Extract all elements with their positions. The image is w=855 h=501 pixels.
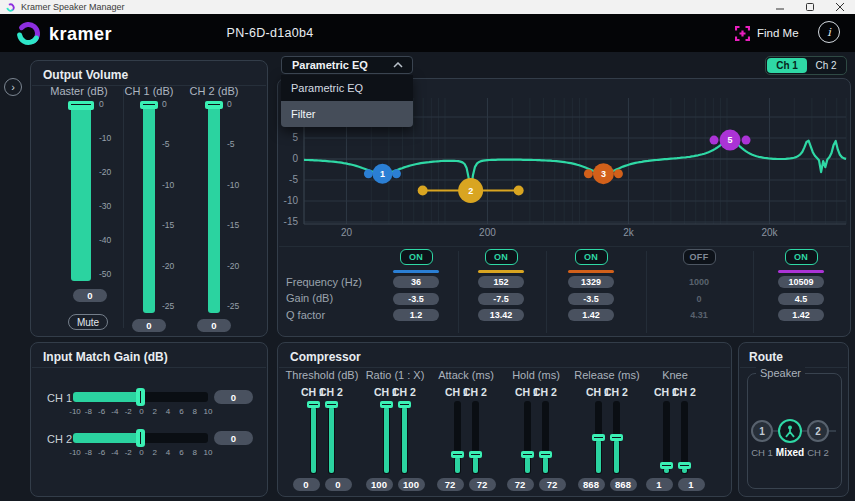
expand-sidebar-button[interactable]: ›: [4, 78, 22, 96]
input-ch2-slider[interactable]: [73, 433, 208, 443]
master-fader-handle[interactable]: [68, 101, 94, 110]
dropdown-option-parametric-eq[interactable]: Parametric EQ: [281, 75, 413, 101]
compressor-value[interactable]: 72: [507, 478, 534, 491]
compressor-value[interactable]: 72: [437, 478, 464, 491]
tick-label: -6: [98, 448, 105, 457]
fader-handle[interactable]: [307, 401, 320, 408]
speaker-option-mixed[interactable]: [778, 419, 802, 443]
eq-band-1-frequency[interactable]: 36: [393, 276, 439, 288]
close-button[interactable]: [825, 0, 855, 14]
tick-label: -40: [99, 235, 111, 245]
eq-band-5-power-button[interactable]: ON: [785, 249, 818, 265]
ch1-fader-track[interactable]: [143, 109, 155, 313]
input-ch2-slider-handle[interactable]: [136, 429, 145, 447]
compressor-hold-ms-fader-ch1[interactable]: [524, 401, 531, 474]
compressor-threshold-db-fader-ch1[interactable]: [310, 401, 317, 474]
input-ch1-slider[interactable]: [73, 392, 208, 402]
fader-handle[interactable]: [469, 451, 482, 458]
compressor-hold-ms-fader-ch2[interactable]: [542, 401, 549, 474]
eq-band-5-q[interactable]: 1.42: [778, 309, 824, 321]
speaker-option-ch1[interactable]: 1: [751, 420, 773, 442]
eq-band-2-q[interactable]: 13.42: [478, 309, 524, 321]
eq-band-1-power-button[interactable]: ON: [400, 249, 433, 265]
divider: [279, 367, 730, 368]
ch1-volume-value[interactable]: 0: [132, 319, 166, 332]
fader-handle[interactable]: [380, 401, 393, 408]
eq-band-4-power-button[interactable]: OFF: [683, 249, 716, 265]
fader-handle[interactable]: [660, 462, 673, 469]
eq-band-5-frequency[interactable]: 10509: [778, 276, 824, 288]
compressor-value[interactable]: 100: [398, 478, 425, 491]
compressor-release-ms-fader-ch1[interactable]: [595, 401, 602, 474]
eq-band-1-gain[interactable]: -3.5: [393, 293, 439, 305]
find-me-button[interactable]: Find Me: [735, 22, 799, 44]
device-title: PN-6D-d1a0b4: [170, 26, 370, 40]
speaker-option-ch2[interactable]: 2: [807, 420, 829, 442]
fader-handle[interactable]: [539, 451, 552, 458]
tab-ch1[interactable]: Ch 1: [767, 58, 807, 73]
eq-band-5-gain[interactable]: 4.5: [778, 293, 824, 305]
master-volume-value[interactable]: 0: [73, 289, 107, 302]
eq-x-tick: 20k: [761, 227, 778, 238]
compressor-value[interactable]: 868: [610, 478, 637, 491]
input-ch1-slider-handle[interactable]: [136, 388, 145, 406]
compressor-value[interactable]: 0: [325, 478, 352, 491]
ch2-fader-label: CH 2 (dB): [174, 85, 254, 97]
compressor-value[interactable]: 72: [469, 478, 496, 491]
compressor-ratio-1-x-fader-ch1[interactable]: [383, 401, 390, 474]
kramer-logo: [15, 20, 42, 47]
ch2-volume-value[interactable]: 0: [197, 319, 231, 332]
compressor-value[interactable]: 100: [366, 478, 393, 491]
info-button[interactable]: i: [818, 21, 840, 43]
dropdown-option-filter[interactable]: Filter: [281, 101, 413, 127]
compressor-knee-fader-ch1[interactable]: [663, 401, 670, 474]
eq-band-2-power-button[interactable]: ON: [485, 249, 518, 265]
eq-band-2-gain[interactable]: -7.5: [478, 293, 524, 305]
eq-band-2-handle[interactable]: 2: [418, 178, 524, 203]
minimize-button[interactable]: [765, 0, 795, 14]
eq-band-2-frequency[interactable]: 152: [478, 276, 524, 288]
eq-type-selected: Parametric EQ: [292, 59, 368, 71]
fader-handle[interactable]: [451, 451, 464, 458]
compressor-value[interactable]: 1: [678, 478, 705, 491]
ch2-fader-track[interactable]: [208, 109, 220, 313]
compressor-value[interactable]: 72: [539, 478, 566, 491]
fader-handle[interactable]: [678, 462, 691, 469]
eq-band-4-q[interactable]: 4.31: [676, 309, 722, 321]
input-ch2-value[interactable]: 0: [214, 431, 253, 445]
fader-handle[interactable]: [398, 401, 411, 408]
input-ch1-slider-fill: [73, 392, 140, 402]
eq-band-1-q[interactable]: 1.2: [393, 309, 439, 321]
compressor-knee-fader-ch2[interactable]: [681, 401, 688, 474]
input-ch1-value[interactable]: 0: [214, 390, 253, 404]
fader-handle[interactable]: [521, 451, 534, 458]
fader-handle[interactable]: [592, 434, 605, 441]
compressor-value[interactable]: 868: [578, 478, 605, 491]
master-fader-track[interactable]: [71, 110, 91, 281]
eq-band-4-gain[interactable]: 0: [676, 293, 722, 305]
mute-button[interactable]: Mute: [68, 314, 108, 330]
eq-band-3-frequency[interactable]: 1329: [568, 276, 614, 288]
divider: [753, 251, 754, 333]
fader-handle[interactable]: [325, 401, 338, 408]
eq-type-dropdown[interactable]: Parametric EQ: [281, 56, 413, 74]
ch1-fader-handle[interactable]: [140, 101, 158, 109]
fader-handle[interactable]: [610, 434, 623, 441]
eq-band-3-gain[interactable]: -3.5: [568, 293, 614, 305]
compressor-threshold-db-fader-ch2[interactable]: [328, 401, 335, 474]
compressor-value[interactable]: 0: [293, 478, 320, 491]
eq-band-1-handle[interactable]: 1: [364, 164, 401, 184]
fader-fill: [473, 457, 478, 474]
eq-band-4-frequency[interactable]: 1000: [676, 276, 722, 288]
compressor-attack-ms-fader-ch2[interactable]: [472, 401, 479, 474]
compressor-value[interactable]: 1: [646, 478, 673, 491]
eq-band-3-q[interactable]: 1.42: [568, 309, 614, 321]
compressor-ratio-1-x-fader-ch2[interactable]: [401, 401, 408, 474]
eq-band-3-power-button[interactable]: ON: [575, 249, 608, 265]
ch2-fader-handle[interactable]: [205, 101, 223, 109]
compressor-release-ms-fader-ch2[interactable]: [613, 401, 620, 474]
eq-band-3-handle[interactable]: 3: [584, 163, 623, 184]
tab-ch2[interactable]: Ch 2: [807, 58, 845, 73]
maximize-button[interactable]: [795, 0, 825, 14]
compressor-attack-ms-fader-ch1[interactable]: [454, 401, 461, 474]
